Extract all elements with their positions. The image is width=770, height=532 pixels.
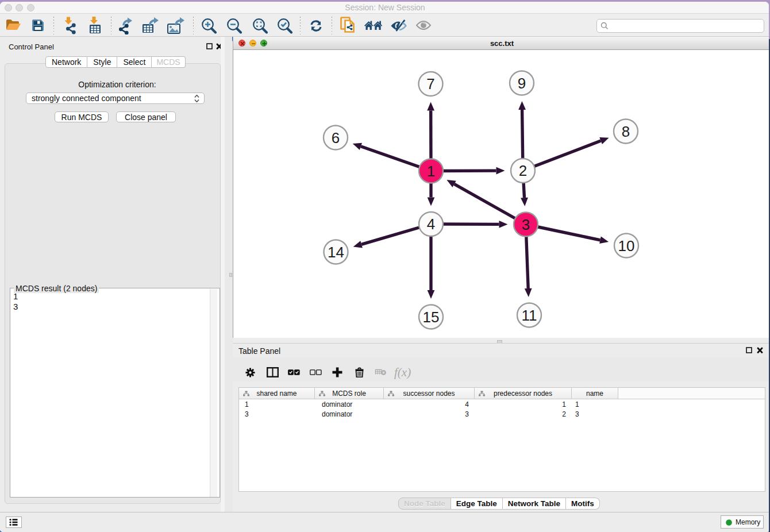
svg-text:1: 1 [427,163,435,180]
svg-text:2: 2 [519,162,527,179]
svg-text:3: 3 [522,216,530,233]
svg-text:7: 7 [426,75,434,92]
svg-text:9: 9 [518,75,526,92]
svg-text:4: 4 [427,215,435,233]
svg-text:15: 15 [423,309,440,326]
svg-text:11: 11 [522,307,537,324]
svg-text:8: 8 [622,123,630,140]
svg-text:6: 6 [332,129,340,147]
svg-text:10: 10 [618,237,635,255]
svg-text:14: 14 [328,244,344,261]
